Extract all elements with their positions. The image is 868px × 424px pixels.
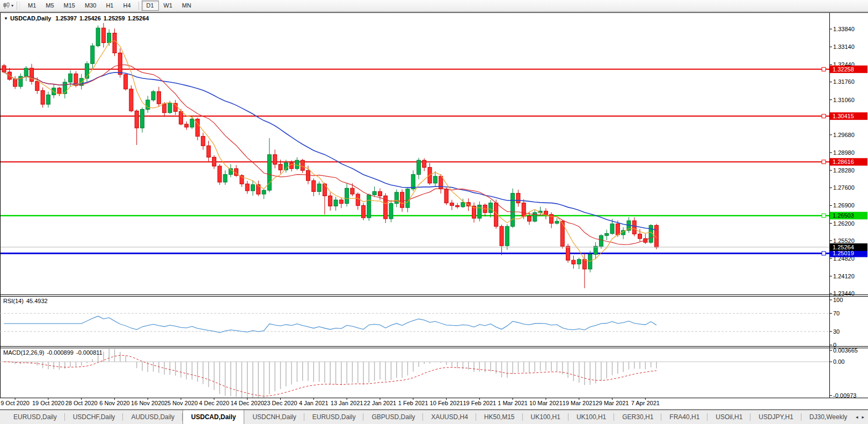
chart-tab-audusd-daily[interactable]: AUDUSD,Daily [123, 410, 183, 424]
chart-tab-bar: EURUSD,DailyUSDCHF,DailyAUDUSD,DailyUSDC… [0, 409, 868, 424]
macd-main-value: -0.000899 [47, 349, 74, 356]
tab-scroll-controls: ◂ ▸ [852, 410, 868, 424]
rsi-indicator-label: RSI(14)45.4932 [3, 298, 48, 304]
tabs-scroll-right-button[interactable]: ▸ [860, 414, 865, 420]
chart-tab-hk50-m15[interactable]: HK50,M15 [476, 410, 523, 424]
chart-tab-eurusd-daily[interactable]: EURUSD,Daily [5, 410, 65, 424]
chart-tab-usoil-h1[interactable]: USOil,H1 [707, 410, 750, 424]
chart-symbol-label: USDCAD,Daily [10, 15, 51, 21]
trading-terminal-window: ▾ M1M5M15M30H1H4D1W1MN 1.338401.331401.3… [0, 0, 868, 424]
price-axis[interactable] [830, 13, 868, 398]
chart-tab-eurusd-daily[interactable]: EURUSD,Daily [304, 410, 364, 424]
symbol-dropdown-icon[interactable]: ▼ [4, 16, 8, 21]
rsi-value: 45.4932 [26, 298, 48, 304]
ohlc-open: 1.25397 [55, 15, 77, 21]
chart-tab-uk100-h1[interactable]: UK100,H1 [568, 410, 614, 424]
chart-tab-xauusd-h4[interactable]: XAUUSD,H4 [423, 410, 476, 424]
chart-tab-uk100-h1[interactable]: UK100,H1 [523, 410, 568, 424]
chart-tab-usdcnh-daily[interactable]: USDCNH,Daily [244, 410, 304, 424]
chart-tab-ger30-h1[interactable]: GER30,H1 [614, 410, 661, 424]
chart-tab-usdjpy-h1[interactable]: USDJPY,H1 [750, 410, 801, 424]
chart-canvas[interactable] [1, 13, 829, 398]
chart-area[interactable]: 1.338401.331401.324401.317601.310601.296… [0, 0, 868, 409]
chart-tab-usdchf-daily[interactable]: USDCHF,Daily [65, 410, 123, 424]
ohlc-high: 1.25426 [79, 15, 101, 21]
date-axis[interactable] [1, 398, 829, 409]
chart-tab-gbpusd-daily[interactable]: GBPUSD,Daily [363, 410, 423, 424]
ohlc-low: 1.25259 [104, 15, 125, 21]
chart-tab-usdcad-daily[interactable]: USDCAD,Daily [183, 410, 244, 424]
chart-tabs: EURUSD,DailyUSDCHF,DailyAUDUSD,DailyUSDC… [0, 410, 852, 424]
chart-tab-dj30-weekly[interactable]: DJ30,Weekly [801, 410, 852, 424]
ohlc-close: 1.25264 [128, 15, 149, 21]
rsi-name: RSI(14) [3, 298, 24, 304]
macd-indicator-label: MACD(12,26,9)-0.000899-0.000811 [3, 349, 103, 356]
macd-name: MACD(12,26,9) [3, 349, 44, 356]
chart-title: ▼USDCAD,Daily1.253971.254261.252591.2526… [4, 15, 151, 21]
tabs-scroll-left-button[interactable]: ◂ [855, 414, 859, 420]
macd-signal-value: -0.000811 [76, 349, 103, 356]
chart-tab-fra40-h1[interactable]: FRA40,H1 [661, 410, 707, 424]
